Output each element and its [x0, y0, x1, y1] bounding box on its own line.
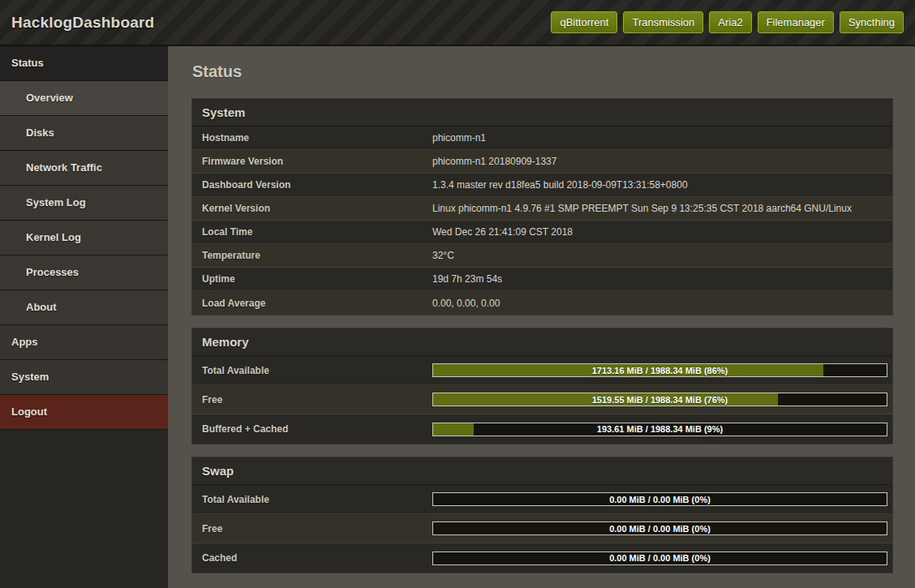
bar-value-label: 0.00 MiB / 0.00 MiB (0%) [433, 493, 887, 505]
table-row: Load Average 0.00, 0.00, 0.00 [192, 291, 892, 315]
table-row: Temperature 32°C [192, 244, 892, 268]
swap-total-available-bar: 0.00 MiB / 0.00 MiB (0%) [432, 492, 887, 506]
table-row: Kernel Version Linux phicomm-n1 4.9.76 #… [192, 197, 892, 221]
sidebar-item-network-traffic[interactable]: Network Traffic [0, 151, 168, 186]
row-label: Firmware Version [202, 156, 432, 167]
row-value: phicomm-n1 [432, 132, 486, 144]
memory-free-bar: 1519.55 MiB / 1988.34 MiB (76%) [432, 393, 887, 406]
row-label: Uptime [202, 273, 432, 285]
sidebar-item-status[interactable]: Status [0, 46, 168, 81]
table-row: Uptime 19d 7h 23m 54s [192, 268, 892, 291]
table-row: Free 1519.55 MiB / 1988.34 MiB (76%) [192, 385, 892, 414]
page-title: Status [192, 62, 892, 81]
memory-panel: Memory Total Available 1713.16 MiB / 198… [192, 328, 892, 444]
system-panel: System Hostname phicomm-n1 Firmware Vers… [192, 99, 892, 315]
swap-panel: Swap Total Available 0.00 MiB / 0.00 MiB… [192, 457, 892, 573]
syncthing-button[interactable]: Syncthing [840, 11, 904, 33]
aria2-button[interactable]: Aria2 [709, 11, 751, 33]
row-value: Wed Dec 26 21:41:09 CST 2018 [432, 226, 573, 238]
main-content: Status System Hostname phicomm-n1 Firmwa… [168, 46, 915, 588]
memory-buffered-cached-bar: 193.61 MiB / 1988.34 MiB (9%) [432, 423, 887, 436]
swap-free-bar: 0.00 MiB / 0.00 MiB (0%) [432, 521, 887, 535]
row-label: Total Available [202, 494, 432, 505]
qbittorrent-button[interactable]: qBittorrent [551, 11, 617, 33]
row-label: Temperature [202, 250, 432, 261]
sidebar-item-overview[interactable]: Overview [0, 81, 168, 116]
page-layout: Status Overview Disks Network Traffic Sy… [0, 46, 915, 588]
table-row: Dashboard Version 1.3.4 master rev d18fe… [192, 174, 892, 197]
table-row: Buffered + Cached 193.61 MiB / 1988.34 M… [192, 414, 892, 444]
row-value: 19d 7h 23m 54s [432, 273, 502, 285]
table-row: Total Available 0.00 MiB / 0.00 MiB (0%) [192, 485, 892, 514]
bar-value-label: 0.00 MiB / 0.00 MiB (0%) [433, 522, 887, 534]
sidebar-item-system[interactable]: System [0, 360, 168, 395]
sidebar-item-logout[interactable]: Logout [0, 395, 168, 430]
table-row: Local Time Wed Dec 26 21:41:09 CST 2018 [192, 221, 892, 244]
bar-value-label: 193.61 MiB / 1988.34 MiB (9%) [433, 423, 887, 436]
topbar-app-buttons: qBittorrent Transmission Aria2 Filemanag… [551, 11, 904, 33]
sidebar: Status Overview Disks Network Traffic Sy… [0, 46, 168, 588]
memory-panel-title: Memory [192, 328, 892, 356]
app-title: HacklogDashboard [11, 14, 154, 32]
row-label: Kernel Version [202, 203, 432, 214]
row-label: Free [202, 394, 432, 406]
row-label: Hostname [202, 132, 432, 144]
table-row: Free 0.00 MiB / 0.00 MiB (0%) [192, 514, 892, 543]
system-panel-title: System [192, 99, 892, 127]
row-value: 32°C [432, 250, 454, 261]
sidebar-item-processes[interactable]: Processes [0, 255, 168, 290]
row-label: Dashboard Version [202, 179, 432, 191]
row-value: 1.3.4 master rev d18fea5 build 2018-09-0… [432, 179, 688, 191]
sidebar-item-apps[interactable]: Apps [0, 325, 168, 360]
filemanager-button[interactable]: Filemanager [758, 11, 834, 33]
row-label: Local Time [202, 226, 432, 238]
swap-cached-bar: 0.00 MiB / 0.00 MiB (0%) [432, 552, 887, 565]
row-label: Free [202, 523, 432, 534]
top-bar: HacklogDashboard qBittorrent Transmissio… [0, 0, 915, 46]
table-row: Total Available 1713.16 MiB / 1988.34 Mi… [192, 356, 892, 385]
swap-panel-title: Swap [192, 457, 892, 485]
sidebar-item-disks[interactable]: Disks [0, 116, 168, 151]
sidebar-item-system-log[interactable]: System Log [0, 186, 168, 221]
table-row: Firmware Version phicomm-n1 20180909-133… [192, 150, 892, 174]
table-row: Hostname phicomm-n1 [192, 127, 892, 150]
bar-value-label: 1519.55 MiB / 1988.34 MiB (76%) [433, 393, 887, 406]
bar-value-label: 0.00 MiB / 0.00 MiB (0%) [433, 552, 887, 564]
sidebar-item-kernel-log[interactable]: Kernel Log [0, 221, 168, 255]
row-value: Linux phicomm-n1 4.9.76 #1 SMP PREEMPT S… [432, 203, 852, 214]
row-value: 0.00, 0.00, 0.00 [432, 298, 500, 309]
row-value: phicomm-n1 20180909-1337 [432, 156, 556, 167]
transmission-button[interactable]: Transmission [623, 11, 703, 33]
row-label: Buffered + Cached [202, 423, 432, 435]
row-label: Total Available [202, 365, 432, 376]
row-label: Load Average [202, 298, 432, 309]
sidebar-item-about[interactable]: About [0, 290, 168, 325]
memory-total-available-bar: 1713.16 MiB / 1988.34 MiB (86%) [432, 363, 887, 377]
bar-value-label: 1713.16 MiB / 1988.34 MiB (86%) [433, 364, 887, 376]
table-row: Cached 0.00 MiB / 0.00 MiB (0%) [192, 543, 892, 573]
row-label: Cached [202, 552, 432, 564]
